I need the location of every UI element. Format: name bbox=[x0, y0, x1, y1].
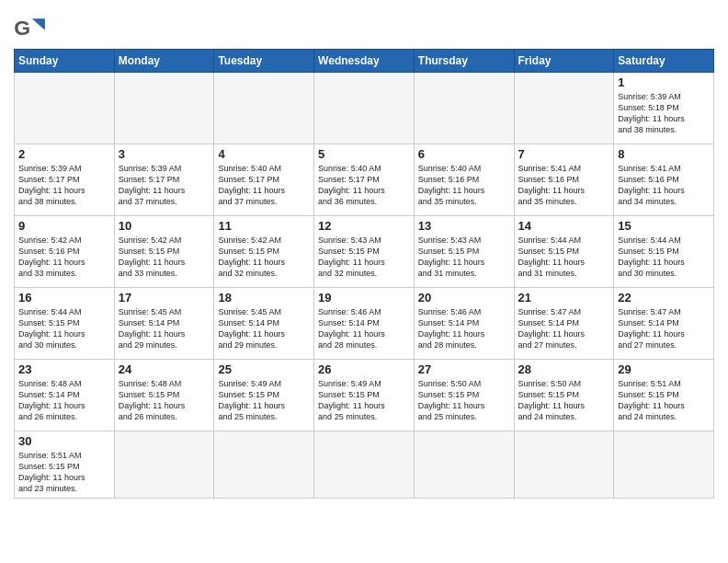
day-info: Sunrise: 5:46 AM Sunset: 5:14 PM Dayligh… bbox=[318, 306, 410, 351]
day-info: Sunrise: 5:44 AM Sunset: 5:15 PM Dayligh… bbox=[518, 235, 610, 280]
day-info: Sunrise: 5:39 AM Sunset: 5:17 PM Dayligh… bbox=[18, 163, 110, 208]
day-number: 28 bbox=[518, 362, 610, 376]
calendar-cell bbox=[414, 431, 514, 499]
calendar-cell bbox=[314, 431, 415, 499]
calendar-cell: 8Sunrise: 5:41 AM Sunset: 5:16 PM Daylig… bbox=[614, 144, 714, 216]
day-info: Sunrise: 5:39 AM Sunset: 5:17 PM Dayligh… bbox=[119, 163, 210, 208]
calendar-cell: 14Sunrise: 5:44 AM Sunset: 5:15 PM Dayli… bbox=[514, 216, 614, 288]
calendar-cell: 5Sunrise: 5:40 AM Sunset: 5:17 PM Daylig… bbox=[314, 144, 415, 216]
day-number: 11 bbox=[218, 219, 310, 233]
day-info: Sunrise: 5:43 AM Sunset: 5:15 PM Dayligh… bbox=[318, 235, 410, 280]
day-number: 14 bbox=[518, 219, 610, 233]
day-number: 18 bbox=[218, 291, 310, 304]
calendar-cell: 19Sunrise: 5:46 AM Sunset: 5:14 PM Dayli… bbox=[314, 288, 415, 360]
day-info: Sunrise: 5:40 AM Sunset: 5:17 PM Dayligh… bbox=[218, 163, 310, 208]
calendar-cell bbox=[114, 73, 214, 144]
day-info: Sunrise: 5:51 AM Sunset: 5:15 PM Dayligh… bbox=[18, 450, 110, 495]
day-info: Sunrise: 5:42 AM Sunset: 5:15 PM Dayligh… bbox=[218, 235, 310, 280]
day-number: 19 bbox=[318, 291, 410, 304]
day-info: Sunrise: 5:51 AM Sunset: 5:15 PM Dayligh… bbox=[618, 378, 710, 423]
calendar-cell: 9Sunrise: 5:42 AM Sunset: 5:16 PM Daylig… bbox=[15, 216, 115, 288]
calendar-cell: 11Sunrise: 5:42 AM Sunset: 5:15 PM Dayli… bbox=[214, 216, 314, 288]
calendar-cell bbox=[414, 73, 514, 144]
svg-text:G: G bbox=[14, 16, 30, 40]
day-info: Sunrise: 5:44 AM Sunset: 5:15 PM Dayligh… bbox=[18, 306, 110, 351]
week-row-5: 30Sunrise: 5:51 AM Sunset: 5:15 PM Dayli… bbox=[15, 431, 714, 499]
calendar-cell bbox=[214, 431, 314, 499]
calendar-cell: 16Sunrise: 5:44 AM Sunset: 5:15 PM Dayli… bbox=[15, 288, 115, 360]
day-info: Sunrise: 5:49 AM Sunset: 5:15 PM Dayligh… bbox=[318, 378, 410, 423]
day-info: Sunrise: 5:44 AM Sunset: 5:15 PM Dayligh… bbox=[618, 235, 710, 280]
day-number: 25 bbox=[218, 362, 310, 376]
day-info: Sunrise: 5:50 AM Sunset: 5:15 PM Dayligh… bbox=[518, 378, 610, 423]
week-row-2: 9Sunrise: 5:42 AM Sunset: 5:16 PM Daylig… bbox=[15, 216, 714, 288]
day-info: Sunrise: 5:47 AM Sunset: 5:14 PM Dayligh… bbox=[618, 306, 710, 351]
calendar-cell: 21Sunrise: 5:47 AM Sunset: 5:14 PM Dayli… bbox=[514, 288, 614, 360]
calendar-cell bbox=[214, 73, 314, 144]
day-number: 8 bbox=[618, 147, 710, 161]
calendar-cell bbox=[614, 431, 714, 499]
day-number: 15 bbox=[618, 219, 710, 233]
week-row-4: 23Sunrise: 5:48 AM Sunset: 5:14 PM Dayli… bbox=[15, 360, 714, 431]
day-number: 6 bbox=[418, 147, 510, 161]
calendar-cell: 23Sunrise: 5:48 AM Sunset: 5:14 PM Dayli… bbox=[15, 360, 115, 431]
day-info: Sunrise: 5:49 AM Sunset: 5:15 PM Dayligh… bbox=[218, 378, 310, 423]
calendar-cell: 30Sunrise: 5:51 AM Sunset: 5:15 PM Dayli… bbox=[15, 431, 115, 499]
day-number: 2 bbox=[18, 147, 110, 161]
logo: G bbox=[14, 14, 51, 41]
day-number: 29 bbox=[618, 362, 710, 376]
weekday-header-row: SundayMondayTuesdayWednesdayThursdayFrid… bbox=[15, 50, 714, 73]
day-number: 21 bbox=[518, 291, 610, 304]
calendar-cell: 4Sunrise: 5:40 AM Sunset: 5:17 PM Daylig… bbox=[214, 144, 314, 216]
day-info: Sunrise: 5:50 AM Sunset: 5:15 PM Dayligh… bbox=[418, 378, 510, 423]
day-number: 16 bbox=[18, 291, 110, 304]
calendar-cell: 7Sunrise: 5:41 AM Sunset: 5:16 PM Daylig… bbox=[514, 144, 614, 216]
calendar-cell: 27Sunrise: 5:50 AM Sunset: 5:15 PM Dayli… bbox=[414, 360, 514, 431]
calendar-cell: 22Sunrise: 5:47 AM Sunset: 5:14 PM Dayli… bbox=[614, 288, 714, 360]
weekday-header-friday: Friday bbox=[514, 50, 614, 73]
calendar-cell: 29Sunrise: 5:51 AM Sunset: 5:15 PM Dayli… bbox=[614, 360, 714, 431]
day-number: 4 bbox=[218, 147, 310, 161]
day-number: 27 bbox=[418, 362, 510, 376]
day-info: Sunrise: 5:46 AM Sunset: 5:14 PM Dayligh… bbox=[418, 306, 510, 351]
calendar-cell bbox=[114, 431, 214, 499]
day-number: 24 bbox=[119, 362, 210, 376]
calendar-cell: 2Sunrise: 5:39 AM Sunset: 5:17 PM Daylig… bbox=[15, 144, 115, 216]
day-info: Sunrise: 5:41 AM Sunset: 5:16 PM Dayligh… bbox=[618, 163, 710, 208]
calendar-cell: 15Sunrise: 5:44 AM Sunset: 5:15 PM Dayli… bbox=[614, 216, 714, 288]
calendar-table: SundayMondayTuesdayWednesdayThursdayFrid… bbox=[14, 49, 714, 499]
day-info: Sunrise: 5:40 AM Sunset: 5:17 PM Dayligh… bbox=[318, 163, 410, 208]
day-number: 9 bbox=[18, 219, 110, 233]
day-number: 13 bbox=[418, 219, 510, 233]
day-info: Sunrise: 5:45 AM Sunset: 5:14 PM Dayligh… bbox=[119, 306, 210, 351]
calendar-cell bbox=[314, 73, 415, 144]
calendar-cell: 13Sunrise: 5:43 AM Sunset: 5:15 PM Dayli… bbox=[414, 216, 514, 288]
week-row-1: 2Sunrise: 5:39 AM Sunset: 5:17 PM Daylig… bbox=[15, 144, 714, 216]
calendar-cell: 28Sunrise: 5:50 AM Sunset: 5:15 PM Dayli… bbox=[514, 360, 614, 431]
day-info: Sunrise: 5:42 AM Sunset: 5:16 PM Dayligh… bbox=[18, 235, 110, 280]
weekday-header-tuesday: Tuesday bbox=[214, 50, 314, 73]
day-info: Sunrise: 5:40 AM Sunset: 5:16 PM Dayligh… bbox=[418, 163, 510, 208]
calendar-cell: 6Sunrise: 5:40 AM Sunset: 5:16 PM Daylig… bbox=[414, 144, 514, 216]
day-number: 1 bbox=[618, 75, 710, 89]
calendar-cell: 3Sunrise: 5:39 AM Sunset: 5:17 PM Daylig… bbox=[114, 144, 214, 216]
day-info: Sunrise: 5:48 AM Sunset: 5:15 PM Dayligh… bbox=[119, 378, 210, 423]
day-number: 23 bbox=[18, 362, 110, 376]
calendar-cell bbox=[514, 73, 614, 144]
calendar-cell: 24Sunrise: 5:48 AM Sunset: 5:15 PM Dayli… bbox=[114, 360, 214, 431]
weekday-header-saturday: Saturday bbox=[614, 50, 714, 73]
calendar-cell: 12Sunrise: 5:43 AM Sunset: 5:15 PM Dayli… bbox=[314, 216, 415, 288]
day-info: Sunrise: 5:43 AM Sunset: 5:15 PM Dayligh… bbox=[418, 235, 510, 280]
svg-marker-1 bbox=[32, 18, 45, 29]
day-number: 20 bbox=[418, 291, 510, 304]
calendar-cell: 10Sunrise: 5:42 AM Sunset: 5:15 PM Dayli… bbox=[114, 216, 214, 288]
calendar-cell: 1Sunrise: 5:39 AM Sunset: 5:18 PM Daylig… bbox=[614, 73, 714, 144]
weekday-header-monday: Monday bbox=[114, 50, 214, 73]
calendar-cell: 17Sunrise: 5:45 AM Sunset: 5:14 PM Dayli… bbox=[114, 288, 214, 360]
weekday-header-wednesday: Wednesday bbox=[314, 50, 415, 73]
day-number: 7 bbox=[518, 147, 610, 161]
day-info: Sunrise: 5:48 AM Sunset: 5:14 PM Dayligh… bbox=[18, 378, 110, 423]
day-info: Sunrise: 5:42 AM Sunset: 5:15 PM Dayligh… bbox=[119, 235, 210, 280]
calendar-cell bbox=[15, 73, 115, 144]
day-number: 22 bbox=[618, 291, 710, 304]
